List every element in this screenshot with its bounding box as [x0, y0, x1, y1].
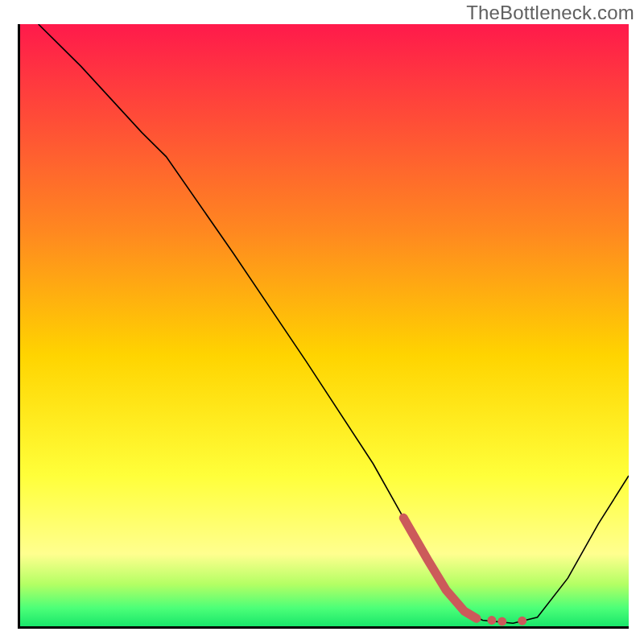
heat-background	[20, 24, 629, 626]
optimal-dot	[518, 617, 526, 625]
optimal-dot	[497, 617, 506, 626]
optimal-dot	[487, 616, 496, 625]
watermark-text: TheBottleneck.com	[466, 2, 634, 24]
chart-frame: TheBottleneck.com	[0, 0, 644, 644]
chart-svg	[20, 24, 629, 626]
plot-area	[18, 24, 629, 629]
